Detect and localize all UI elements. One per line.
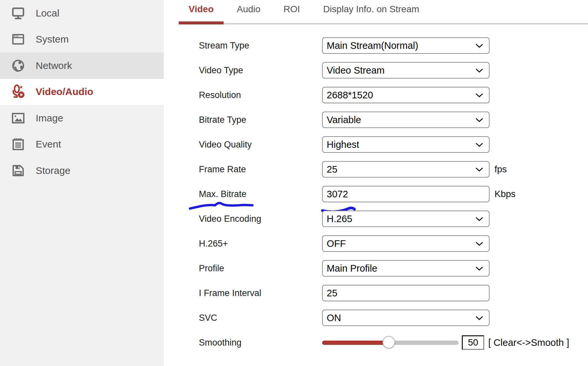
sidebar-item-label: System <box>36 34 69 45</box>
sidebar-item-label: Video/Audio <box>36 86 93 97</box>
form-row-stream-type: Stream Type Main Stream(Normal) <box>199 37 490 54</box>
tab-bar: Video Audio ROI Display Info. on Stream <box>179 0 588 24</box>
i-frame-interval-label: I Frame Interval <box>199 288 322 298</box>
bitrate-type-select[interactable]: Variable <box>322 112 490 128</box>
stream-type-value: Main Stream(Normal) <box>327 40 418 51</box>
sidebar-item-label: Network <box>36 60 72 71</box>
tab-audio[interactable]: Audio <box>227 0 271 24</box>
max-bitrate-unit: Kbps <box>495 189 516 199</box>
svc-label: SVC <box>199 313 322 323</box>
sidebar-item-local[interactable]: Local <box>0 0 164 26</box>
bitrate-type-label: Bitrate Type <box>199 115 322 125</box>
resolution-select[interactable]: 2688*1520 <box>322 87 490 103</box>
stream-type-label: Stream Type <box>199 41 322 51</box>
video-audio-settings-page: Local System <box>0 0 588 366</box>
h265-plus-select[interactable]: OFF <box>322 235 490 252</box>
h265-plus-label: H.265+ <box>199 239 322 249</box>
window-icon <box>11 32 25 47</box>
bitrate-type-value: Variable <box>327 115 361 125</box>
globe-icon <box>11 58 25 73</box>
chevron-down-icon <box>475 143 483 147</box>
form-row-video-quality: Video Quality Highest <box>199 136 490 153</box>
form-row-video-encoding: Video Encoding H.265 <box>199 211 490 227</box>
sidebar-item-label: Image <box>36 113 63 124</box>
svc-select[interactable]: ON <box>322 310 490 326</box>
chevron-down-icon <box>475 266 483 271</box>
video-encoding-value: H.265 <box>327 214 352 224</box>
chevron-down-icon <box>475 242 483 246</box>
max-bitrate-input[interactable] <box>322 186 490 202</box>
notepad-icon <box>11 137 25 151</box>
video-quality-value: Highest <box>327 139 359 150</box>
form-row-profile: Profile Main Profile <box>199 260 490 277</box>
sidebar-item-network[interactable]: Network <box>0 52 164 79</box>
slider-thumb[interactable] <box>383 336 395 349</box>
chevron-down-icon <box>475 316 483 320</box>
frame-rate-unit: fps <box>495 164 507 175</box>
frame-rate-value: 25 <box>327 164 337 175</box>
sidebar-item-video-audio[interactable]: Video/Audio <box>0 79 164 105</box>
slider-fill <box>322 341 389 345</box>
frame-rate-select[interactable]: 25 <box>322 161 490 178</box>
chevron-down-icon <box>475 68 483 73</box>
video-type-select[interactable]: Video Stream <box>322 62 490 79</box>
video-quality-select[interactable]: Highest <box>322 136 490 153</box>
profile-value: Main Profile <box>327 263 377 274</box>
video-encoding-label: Video Encoding <box>199 214 322 224</box>
i-frame-interval-input[interactable] <box>322 285 490 301</box>
h265-plus-value: OFF <box>327 238 346 249</box>
sidebar: Local System <box>0 0 164 366</box>
video-encoding-select[interactable]: H.265 <box>322 211 490 227</box>
chevron-down-icon <box>475 167 483 172</box>
sidebar-item-system[interactable]: System <box>0 26 164 53</box>
tab-display-info-on-stream[interactable]: Display Info. on Stream <box>313 0 429 24</box>
smoothing-label: Smoothing <box>199 338 322 348</box>
smoothing-hint: [ Clear<->Smooth ] <box>488 337 569 348</box>
tab-roi[interactable]: ROI <box>274 0 310 24</box>
microphone-play-icon <box>11 84 25 99</box>
resolution-label: Resolution <box>199 90 322 100</box>
profile-select[interactable]: Main Profile <box>322 260 490 277</box>
chevron-down-icon <box>475 217 483 221</box>
resolution-value: 2688*1520 <box>327 90 373 101</box>
svc-value: ON <box>327 313 341 323</box>
floppy-disk-icon <box>11 163 25 178</box>
chevron-down-icon <box>475 44 483 48</box>
chevron-down-icon <box>475 93 483 97</box>
form-row-h265-plus: H.265+ OFF <box>199 235 490 252</box>
sidebar-item-label: Event <box>36 139 61 150</box>
smoothing-slider[interactable] <box>322 334 459 351</box>
form-row-bitrate-type: Bitrate Type Variable <box>199 112 490 128</box>
sidebar-item-label: Local <box>36 8 59 19</box>
profile-label: Profile <box>199 263 322 274</box>
max-bitrate-label: Max. Bitrate <box>199 189 322 199</box>
picture-icon <box>11 111 25 125</box>
frame-rate-label: Frame Rate <box>199 164 322 175</box>
video-type-label: Video Type <box>199 65 322 76</box>
sidebar-item-label: Storage <box>36 165 70 176</box>
form-row-max-bitrate: Max. Bitrate Kbps <box>199 186 516 202</box>
sidebar-item-event[interactable]: Event <box>0 131 164 158</box>
chevron-down-icon <box>475 118 483 122</box>
form-row-smoothing: Smoothing 50 [ Clear<->Smooth ] <box>199 334 569 351</box>
stream-type-select[interactable]: Main Stream(Normal) <box>322 37 490 54</box>
tab-video[interactable]: Video <box>179 0 224 24</box>
form-row-i-frame-interval: I Frame Interval <box>199 285 490 301</box>
form-row-frame-rate: Frame Rate 25 fps <box>199 161 507 178</box>
video-type-value: Video Stream <box>327 65 385 76</box>
video-quality-label: Video Quality <box>199 140 322 150</box>
sidebar-item-storage[interactable]: Storage <box>0 157 164 184</box>
monitor-icon <box>11 6 25 20</box>
form-row-svc: SVC ON <box>199 310 490 326</box>
smoothing-value-box[interactable]: 50 <box>462 335 484 350</box>
form-row-video-type: Video Type Video Stream <box>199 62 490 79</box>
form-row-resolution: Resolution 2688*1520 <box>199 87 490 103</box>
sidebar-item-image[interactable]: Image <box>0 105 164 131</box>
